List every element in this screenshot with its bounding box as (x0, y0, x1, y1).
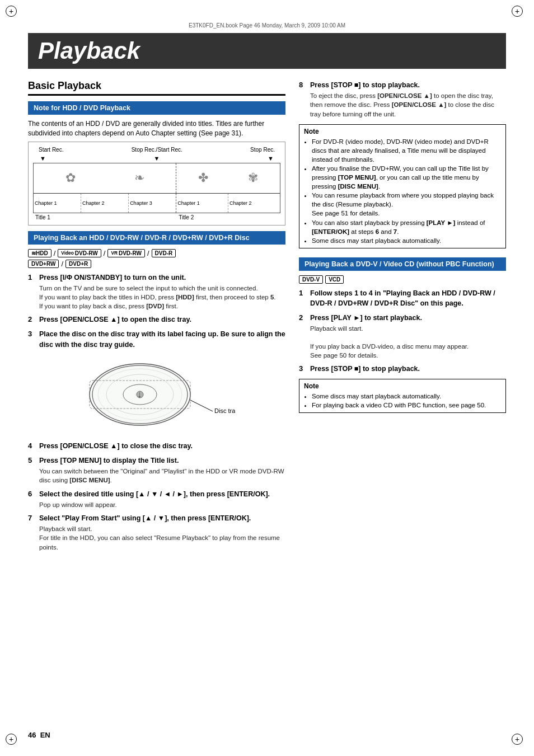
title2-area: ✤ ✾ (176, 163, 280, 193)
dvdv-step-3-title: Press [STOP ■] to stop playback. (310, 365, 420, 373)
dvdv-step-1-title: Follow steps 1 to 4 in "Playing Back an … (310, 289, 495, 307)
badge-dvdrw-vr: VRDVD-RW (107, 249, 145, 257)
slash2: / (104, 249, 106, 257)
corner-circle-bl (6, 734, 17, 745)
dvdv-step-3-content: Press [STOP ■] to stop playback. (310, 364, 506, 374)
stop-rec-label: Stop Rec. (250, 147, 275, 153)
dvdv-step-3: 3 Press [STOP ■] to stop playback. (299, 364, 506, 374)
step-3-num: 3 (28, 329, 37, 350)
step-8: 8 Press [STOP ■] to stop playback. To ej… (299, 80, 506, 119)
ch2-title1: Chapter 2 (81, 194, 129, 213)
note-label-bottom: Note (304, 382, 501, 390)
dvdv-step-1: 1 Follow steps 1 to 4 in "Playing Back a… (299, 288, 506, 309)
stop-start-rec-label: Stop Rec./Start Rec. (132, 147, 182, 153)
col-right: 8 Press [STOP ■] to stop playback. To ej… (299, 80, 506, 556)
corner-circle-tl (6, 6, 17, 17)
step-6-sub: Pop up window will appear. (39, 500, 285, 509)
corner-circle-tr (512, 6, 523, 17)
step-8-sub: To eject the disc, press [OPEN/CLOSE ▲] … (310, 91, 506, 118)
corner-mark-tl (6, 6, 22, 22)
step-1: 1 Press [I/Φ ON/STANDBY] to turn on the … (28, 273, 285, 311)
disc-tray-container: ↓ Disc tray guide (28, 355, 285, 435)
note-item-5: Some discs may start playback automatica… (312, 236, 501, 245)
step-3: 3 Place the disc on the disc tray with i… (28, 329, 285, 350)
start-rec-label: Start Rec. (39, 147, 63, 153)
step-6-title: Select the desired title using [▲ / ▼ / … (39, 490, 270, 498)
arrow-row: ▼ ▼ ▼ (33, 155, 280, 162)
header-info: E3TK0FD_EN.book Page 46 Monday, March 9,… (28, 22, 506, 29)
corner-mark-tr (512, 6, 528, 22)
step-8-title: Press [STOP ■] to stop playback. (310, 81, 420, 89)
playing-back-dvdv-header: Playing Back a DVD-V / Video CD (without… (299, 257, 506, 271)
chapters-row: Chapter 1 Chapter 2 Chapter 3 Chapte (34, 194, 280, 213)
note-item-3: You can resume playback from where you s… (312, 191, 501, 218)
step-5: 5 Press [TOP MENU] to display the Title … (28, 456, 285, 485)
step-2: 2 Press [OPEN/CLOSE ▲] to open the disc … (28, 314, 285, 325)
step-7-sub: Playback will start. For title in the HD… (39, 524, 285, 551)
corner-mark-bl (6, 734, 22, 750)
dvdv-step-3-num: 3 (299, 364, 308, 374)
note-hdd-dvd-header: Note for HDD / DVD Playback (28, 101, 285, 115)
note-list-right: For DVD-R (video mode), DVD-RW (video mo… (304, 137, 501, 245)
ch1-title2: Chapter 1 (176, 194, 228, 213)
thumb4: ✾ (248, 171, 258, 185)
col-left: Basic Playback Note for HDD / DVD Playba… (28, 80, 285, 556)
ch3-title1: Chapter 3 (129, 194, 176, 213)
step-6-content: Select the desired title using [▲ / ▼ / … (39, 489, 285, 509)
step-1-content: Press [I/Φ ON/STANDBY] to turn on the un… (39, 273, 285, 311)
section-title-basic-playback: Basic Playback (28, 80, 285, 96)
badge-dvdplusrw: DVD+RW (28, 260, 59, 268)
note-bottom-1: Some discs may start playback automatica… (312, 392, 501, 401)
step-3-title: Place the disc on the disc tray with its… (39, 330, 285, 348)
thumb1: ✿ (65, 171, 76, 185)
note-box-bottom: Note Some discs may start playback autom… (299, 379, 506, 413)
thumb2: ❧ (134, 171, 144, 185)
step-4-title: Press [OPEN/CLOSE ▲] to close the disc t… (39, 442, 193, 450)
note-item-4: You can also start playback by pressing … (312, 218, 501, 236)
arrow1: ▼ (40, 155, 46, 162)
arrow3: ▼ (268, 155, 274, 162)
dvdv-step-2-num: 2 (299, 313, 308, 360)
badge-dvdv: DVD-V (299, 275, 323, 284)
title1-area: ✿ ❧ (34, 163, 176, 193)
note-bottom-2: For playing back a video CD with PBC fun… (312, 401, 501, 410)
step-2-content: Press [OPEN/CLOSE ▲] to open the disc tr… (39, 314, 285, 325)
note-box-right: Note For DVD-R (video mode), DVD-RW (vid… (299, 124, 506, 248)
step-7-title: Select "Play From Start" using [▲ / ▼], … (39, 514, 251, 522)
rec-diagram: Start Rec. Stop Rec./Start Rec. Stop Rec… (28, 142, 285, 226)
title2-label: Title 2 (176, 214, 280, 220)
chapters-title2: Chapter 1 Chapter 2 (176, 194, 280, 213)
step-5-title: Press [TOP MENU] to display the Title li… (39, 457, 179, 464)
step-7-num: 7 (28, 513, 37, 552)
note-item-2: After you finalise the DVD+RW, you can c… (312, 164, 501, 191)
svg-text:↓: ↓ (137, 389, 142, 399)
title1-label: Title 1 (33, 214, 176, 220)
slash3: / (147, 249, 149, 257)
timeline-box: ✿ ❧ ✤ ✾ (33, 163, 280, 213)
dvdv-step-1-num: 1 (299, 288, 308, 309)
step-7: 7 Select "Play From Start" using [▲ / ▼]… (28, 513, 285, 552)
svg-text:Disc tray guide: Disc tray guide (214, 407, 235, 414)
rec-labels: Start Rec. Stop Rec./Start Rec. Stop Rec… (33, 147, 280, 153)
thumbnail-row: ✿ ❧ ✤ ✾ (34, 163, 280, 194)
step-4-content: Press [OPEN/CLOSE ▲] to close the disc t… (39, 441, 285, 452)
note-item-1: For DVD-R (video mode), DVD-RW (video mo… (312, 137, 501, 164)
chapters-title1: Chapter 1 Chapter 2 Chapter 3 (34, 194, 176, 213)
two-col-layout: Basic Playback Note for HDD / DVD Playba… (28, 80, 506, 556)
arrow2: ▼ (154, 155, 160, 162)
playing-back-hdd-header: Playing Back an HDD / DVD-RW / DVD-R / D… (28, 231, 285, 245)
step-6: 6 Select the desired title using [▲ / ▼ … (28, 489, 285, 509)
step-5-num: 5 (28, 456, 37, 485)
step-6-num: 6 (28, 489, 37, 509)
svg-line-8 (190, 400, 213, 411)
ch1-title1: Chapter 1 (34, 194, 81, 213)
step-8-content: Press [STOP ■] to stop playback. To ejec… (310, 80, 506, 119)
corner-mark-br (512, 734, 528, 750)
note-list-bottom: Some discs may start playback automatica… (304, 392, 501, 410)
format-badges-2: DVD+RW / DVD+R (28, 260, 285, 268)
badge-vcd: VCD (325, 275, 344, 284)
dvdv-step-2-sub: Playback will start. If you play back a … (310, 324, 506, 360)
note-label-right: Note (304, 128, 501, 135)
dvdv-format-badges: DVD-V VCD (299, 275, 506, 284)
slash4: / (61, 260, 63, 268)
